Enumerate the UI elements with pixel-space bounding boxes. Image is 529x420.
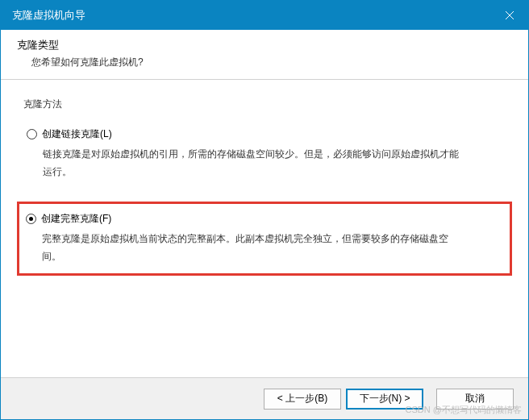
content-area: 克隆方法 创建链接克隆(L) 链接克隆是对原始虚拟机的引用，所需的存储磁盘空间较… xyxy=(1,80,528,377)
next-button[interactable]: 下一步(N) > xyxy=(346,389,423,410)
radio-full[interactable] xyxy=(26,214,36,224)
close-button[interactable] xyxy=(491,1,528,30)
header: 克隆类型 您希望如何克隆此虚拟机? xyxy=(1,30,528,80)
footer: < 上一步(B) 下一步(N) > 取消 xyxy=(1,377,528,419)
group-label: 克隆方法 xyxy=(23,98,506,111)
option-full-label[interactable]: 创建完整克隆(F) xyxy=(41,212,111,226)
window-title: 克隆虚拟机向导 xyxy=(12,8,85,23)
page-subtitle: 您希望如何克隆此虚拟机? xyxy=(17,56,512,69)
option-full-desc: 完整克隆是原始虚拟机当前状态的完整副本。此副本虚拟机完全独立，但需要较多的存储磁… xyxy=(42,231,461,265)
back-button[interactable]: < 上一步(B) xyxy=(264,389,341,410)
radio-full-dot xyxy=(29,217,33,221)
titlebar: 克隆虚拟机向导 xyxy=(1,1,528,30)
cancel-button[interactable]: 取消 xyxy=(436,389,514,410)
page-title: 克隆类型 xyxy=(17,38,512,52)
option-full-clone: 创建完整克隆(F) 完整克隆是原始虚拟机当前状态的完整副本。此副本虚拟机完全独立… xyxy=(23,212,505,265)
highlight-box: 创建完整克隆(F) 完整克隆是原始虚拟机当前状态的完整副本。此副本虚拟机完全独立… xyxy=(17,202,512,276)
radio-linked[interactable] xyxy=(27,129,37,139)
close-icon xyxy=(505,10,514,20)
option-linked-desc: 链接克隆是对原始虚拟机的引用，所需的存储磁盘空间较少。但是，必须能够访问原始虚拟… xyxy=(43,146,462,181)
wizard-window: 克隆虚拟机向导 克隆类型 您希望如何克隆此虚拟机? 克隆方法 创建链接克隆(L)… xyxy=(0,0,529,420)
option-linked-label[interactable]: 创建链接克隆(L) xyxy=(42,127,112,141)
option-linked-clone: 创建链接克隆(L) 链接克隆是对原始虚拟机的引用，所需的存储磁盘空间较少。但是，… xyxy=(23,127,506,181)
